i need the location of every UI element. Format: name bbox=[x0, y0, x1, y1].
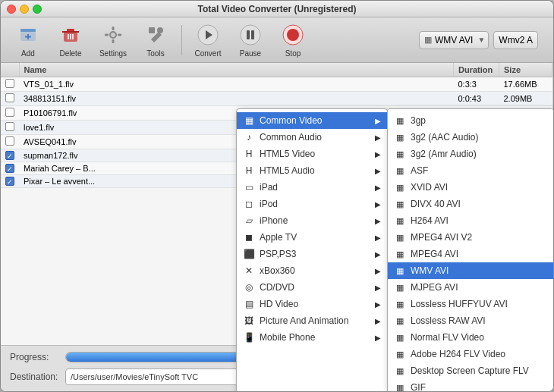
submenu-item-label: Desktop Screen Capture FLV bbox=[411, 365, 529, 376]
checkbox-icon[interactable] bbox=[5, 93, 14, 102]
submenu-item-mpeg4-avi[interactable]: ▦MPEG4 AVI bbox=[388, 246, 553, 262]
convert-button[interactable]: Convert bbox=[188, 20, 228, 60]
checkbox-icon[interactable] bbox=[5, 108, 14, 117]
submenu-arrow-icon: ▶ bbox=[375, 300, 381, 309]
submenu-item-label: Lossless HUFFYUV AVI bbox=[411, 299, 508, 309]
submenu-item-label: 3gp bbox=[411, 115, 426, 126]
row-checkbox[interactable] bbox=[1, 162, 19, 175]
submenu-item-icon: ▦ bbox=[394, 315, 406, 327]
format-select[interactable]: ▦ WMV AVI ▼ bbox=[419, 31, 489, 49]
submenu-item-mjpeg-avi[interactable]: ▦MJPEG AVI bbox=[388, 279, 553, 296]
row-checkbox[interactable] bbox=[1, 121, 19, 135]
menu-item-html5-video[interactable]: HHTML5 Video▶ bbox=[237, 146, 387, 162]
pause-icon bbox=[238, 23, 263, 47]
checkbox-icon[interactable] bbox=[5, 122, 14, 131]
submenu-item-wmv-avi[interactable]: ▦WMV AVI bbox=[388, 262, 553, 279]
menu-item-label: Picture And Animation bbox=[260, 315, 370, 326]
submenu-item-icon: ▦ bbox=[394, 215, 406, 227]
row-checkbox[interactable] bbox=[1, 92, 19, 106]
menu-item-iphone[interactable]: ▱iPhone▶ bbox=[237, 212, 387, 229]
submenu-item-3gp[interactable]: ▦3gp bbox=[388, 112, 553, 129]
menu-item-label: iPhone bbox=[260, 215, 370, 226]
checkbox-icon[interactable] bbox=[5, 79, 14, 88]
checkbox-icon[interactable] bbox=[5, 177, 14, 186]
settings-label: Settings bbox=[99, 49, 127, 58]
submenu-arrow-icon: ▶ bbox=[375, 234, 381, 242]
col-duration: Duration bbox=[454, 63, 499, 77]
add-button[interactable]: Add bbox=[8, 20, 48, 60]
menu-item-xbox360[interactable]: ✕xBox360▶ bbox=[237, 262, 387, 279]
submenu-arrow-icon: ▶ bbox=[375, 217, 381, 225]
submenu-item-desktop-screen-capture-flv[interactable]: ▦Desktop Screen Capture FLV bbox=[388, 362, 553, 379]
minimize-button[interactable] bbox=[20, 5, 29, 14]
menu-item-ipad[interactable]: ▭iPad▶ bbox=[237, 179, 387, 196]
submenu-item-normal-flv-video[interactable]: ▦Normal FLV Video bbox=[388, 329, 553, 346]
delete-button[interactable]: Delete bbox=[51, 20, 90, 60]
menu-item-ipod[interactable]: ◻iPod▶ bbox=[237, 196, 387, 212]
row-checkbox[interactable] bbox=[1, 135, 19, 149]
menu-item-cd/dvd[interactable]: ◎CD/DVD▶ bbox=[237, 279, 387, 296]
submenu-item-lossless-huffyuv-avi[interactable]: ▦Lossless HUFFYUV AVI bbox=[388, 296, 553, 312]
submenu-item-lossless-raw-avi[interactable]: ▦Lossless RAW AVI bbox=[388, 312, 553, 329]
svg-rect-15 bbox=[118, 33, 121, 36]
checkbox-icon[interactable] bbox=[5, 136, 14, 146]
menu-item-common-video[interactable]: ▦Common Video▶ bbox=[237, 112, 387, 129]
menu-item-hd-video[interactable]: ▤HD Video▶ bbox=[237, 296, 387, 312]
table-row[interactable]: VTS_01_1.flv0:3:317.66MB bbox=[1, 77, 552, 92]
menu-item-icon: ▤ bbox=[243, 298, 255, 310]
submenu-item-divx-40-avi[interactable]: ▦DIVX 40 AVI bbox=[388, 196, 553, 212]
menu-item-label: HTML5 Audio bbox=[260, 165, 370, 176]
menu-item-label: iPad bbox=[260, 182, 370, 193]
svg-rect-1 bbox=[20, 29, 36, 32]
row-checkbox[interactable] bbox=[1, 106, 19, 121]
submenu-arrow-icon: ▶ bbox=[375, 267, 381, 275]
submenu-item-3g2--amr-audio-[interactable]: ▦3g2 (Amr Audio) bbox=[388, 146, 553, 162]
submenu-item-xvid-avi[interactable]: ▦XVID AVI bbox=[388, 179, 553, 196]
menu-item-label: iPod bbox=[260, 199, 370, 209]
submenu-item-mpeg4-avi-v2[interactable]: ▦MPEG4 AVI V2 bbox=[388, 229, 553, 246]
quality-select[interactable]: Wmv2 A bbox=[493, 31, 538, 49]
settings-button[interactable]: Settings bbox=[93, 20, 133, 60]
menu-item-common-audio[interactable]: ♪Common Audio▶ bbox=[237, 129, 387, 146]
menu-item-mobile-phone[interactable]: 📱Mobile Phone▶ bbox=[237, 329, 387, 346]
submenu-item-icon: ▦ bbox=[394, 381, 406, 391]
format-dropdown-arrow: ▼ bbox=[477, 36, 485, 44]
submenu-arrow-icon: ▶ bbox=[375, 334, 381, 342]
submenu-item-3g2--aac-audio-[interactable]: ▦3g2 (AAC Audio) bbox=[388, 129, 553, 146]
row-duration: 0:0:43 bbox=[454, 92, 499, 106]
row-checkbox[interactable] bbox=[1, 175, 19, 188]
submenu-item-adobe-h264-flv-video[interactable]: ▦Adobe H264 FLV Video bbox=[388, 346, 553, 362]
submenu-item-gif[interactable]: ▦GIF bbox=[388, 379, 553, 391]
submenu-item-label: Adobe H264 FLV Video bbox=[411, 349, 505, 359]
maximize-button[interactable] bbox=[33, 5, 42, 14]
close-button[interactable] bbox=[7, 5, 16, 14]
format-bar: ▦ WMV AVI ▼ Wmv2 A bbox=[419, 31, 538, 49]
checkbox-icon[interactable] bbox=[5, 151, 14, 160]
menu-item-html5-audio[interactable]: HHTML5 Audio▶ bbox=[237, 162, 387, 179]
menu-item-picture-and-animation[interactable]: 🖼Picture And Animation▶ bbox=[237, 312, 387, 329]
submenu-item-h264-avi[interactable]: ▦H264 AVI bbox=[388, 212, 553, 229]
submenu-item-asf[interactable]: ▦ASF bbox=[388, 162, 553, 179]
row-checkbox[interactable] bbox=[1, 149, 19, 162]
progress-label: Progress: bbox=[10, 352, 59, 362]
svg-rect-13 bbox=[112, 39, 115, 43]
submenu-item-label: H264 AVI bbox=[411, 215, 449, 226]
submenu-item-label: XVID AVI bbox=[411, 182, 448, 193]
menu-item-apple-tv[interactable]: ◼Apple TV▶ bbox=[237, 229, 387, 246]
convert-icon bbox=[196, 23, 220, 47]
tools-button[interactable]: Tools bbox=[136, 20, 175, 60]
pause-button[interactable]: Pause bbox=[231, 20, 270, 60]
dropdown-container: ▦Common Video▶♪Common Audio▶HHTML5 Video… bbox=[236, 108, 553, 391]
table-row[interactable]: 348813151.flv0:0:432.09MB bbox=[1, 92, 552, 106]
col-name: Name bbox=[19, 63, 454, 77]
submenu-item-label: MPEG4 AVI bbox=[411, 249, 458, 259]
submenu-item-label: ASF bbox=[411, 165, 428, 176]
submenu-arrow-icon: ▶ bbox=[375, 317, 381, 325]
row-checkbox[interactable] bbox=[1, 77, 19, 92]
col-checkbox bbox=[1, 63, 19, 77]
checkbox-icon[interactable] bbox=[5, 164, 14, 173]
menu-item-psp,ps3[interactable]: ⬛PSP,PS3▶ bbox=[237, 246, 387, 262]
stop-button[interactable]: Stop bbox=[273, 20, 313, 60]
menu-item-icon: ♪ bbox=[243, 131, 255, 143]
delete-label: Delete bbox=[60, 49, 82, 58]
